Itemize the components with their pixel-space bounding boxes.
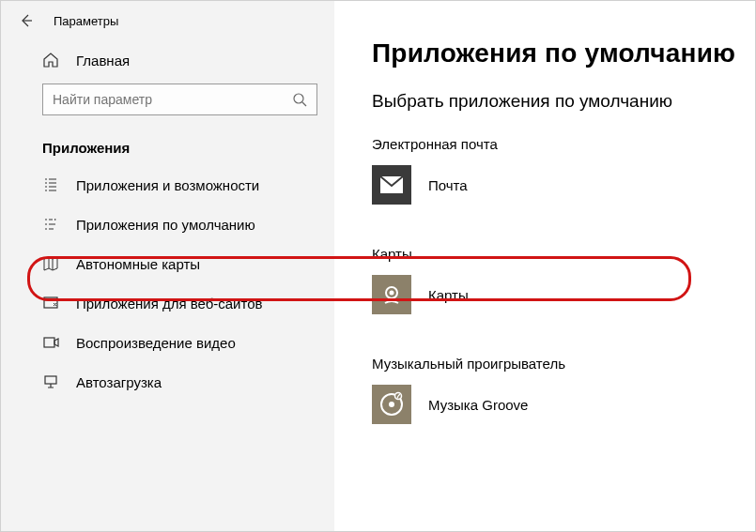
music-app-icon <box>372 385 411 424</box>
sidebar-item-label: Воспроизведение видео <box>76 335 236 351</box>
maps-app-icon <box>372 275 411 314</box>
map-icon <box>42 255 59 272</box>
sidebar-item-apps-features[interactable]: Приложения и возможности <box>1 165 334 205</box>
sidebar-item-offline-maps[interactable]: Автономные карты <box>1 244 334 283</box>
sidebar-item-website-apps[interactable]: Приложения для веб-сайтов <box>1 283 334 323</box>
svg-point-6 <box>390 291 394 296</box>
category-music-label: Музыкальный проигрыватель <box>372 356 755 372</box>
sidebar-home[interactable]: Главная <box>1 40 334 80</box>
svg-rect-1 <box>44 297 57 308</box>
topbar: Параметры <box>1 1 334 40</box>
default-app-maps[interactable]: Карты <box>372 275 755 314</box>
startup-icon <box>42 373 59 390</box>
search-container <box>42 84 317 115</box>
default-app-email[interactable]: Почта <box>372 165 755 205</box>
svg-point-0 <box>294 94 303 103</box>
mail-app-icon <box>372 165 411 205</box>
sidebar: Параметры Главная Приложения Приложения … <box>1 1 334 531</box>
video-icon <box>42 334 59 351</box>
settings-window: Параметры Главная Приложения Приложения … <box>0 0 756 532</box>
page-title: Приложения по умолчанию <box>372 38 755 68</box>
app-name: Карты <box>428 287 469 303</box>
search-icon <box>292 92 307 107</box>
category-maps-label: Карты <box>372 246 755 262</box>
defaults-icon <box>42 216 59 233</box>
app-name: Почта <box>428 177 468 193</box>
search-input[interactable] <box>53 92 292 107</box>
sidebar-item-label: Приложения и возможности <box>76 177 259 193</box>
page-subtitle: Выбрать приложения по умолчанию <box>372 91 755 112</box>
sidebar-item-default-apps[interactable]: Приложения по умолчанию <box>1 205 334 244</box>
sidebar-item-label: Автономные карты <box>76 256 200 272</box>
sidebar-section-label: Приложения <box>1 127 334 165</box>
sidebar-item-startup[interactable]: Автозагрузка <box>1 362 334 402</box>
sidebar-item-video-playback[interactable]: Воспроизведение видео <box>1 323 334 362</box>
default-app-music[interactable]: Музыка Groove <box>372 385 755 424</box>
content-pane: Приложения по умолчанию Выбрать приложен… <box>334 1 755 531</box>
search-box[interactable] <box>42 84 317 115</box>
svg-point-8 <box>389 402 394 407</box>
list-icon <box>42 176 59 193</box>
sidebar-item-label: Приложения для веб-сайтов <box>76 296 263 312</box>
svg-rect-2 <box>44 338 54 347</box>
home-icon <box>42 52 59 68</box>
window-title: Параметры <box>54 14 118 28</box>
svg-rect-3 <box>45 376 56 384</box>
website-icon <box>42 295 59 312</box>
sidebar-item-label: Автозагрузка <box>76 374 162 390</box>
sidebar-item-label: Приложения по умолчанию <box>76 217 255 233</box>
category-email-label: Электронная почта <box>372 136 755 152</box>
sidebar-home-label: Главная <box>76 53 130 68</box>
arrow-left-icon <box>19 13 34 28</box>
app-name: Музыка Groove <box>428 397 528 413</box>
back-button[interactable] <box>18 12 35 29</box>
